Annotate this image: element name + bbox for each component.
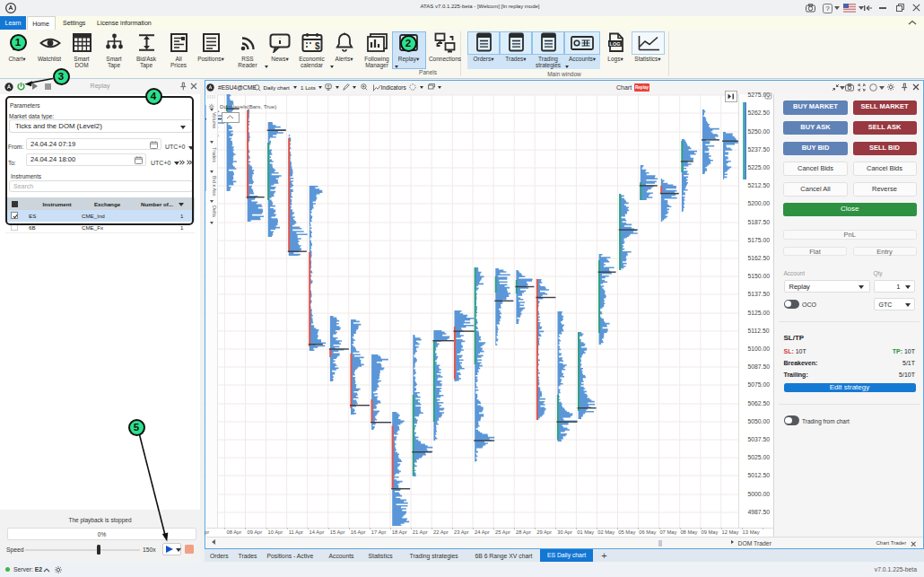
- svg-text:$: $: [315, 41, 320, 51]
- svg-text:LOG: LOG: [610, 41, 621, 47]
- svg-text:?: ?: [825, 4, 829, 13]
